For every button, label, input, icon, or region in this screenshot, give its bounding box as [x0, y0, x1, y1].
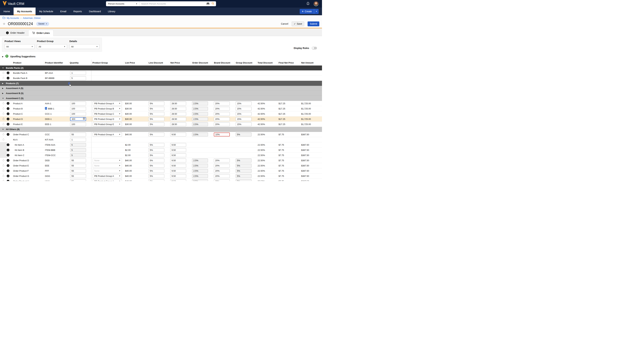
- quantity-input[interactable]: 100: [70, 112, 86, 116]
- line-discount-input[interactable]: 5%: [148, 107, 164, 111]
- blue-document-icon[interactable]: [45, 107, 47, 110]
- order-discount-input[interactable]: 2.5%: [192, 117, 208, 121]
- info-icon[interactable]: i: [7, 107, 10, 110]
- group-discount-input[interactable]: 5%: [236, 159, 252, 162]
- nav-item-library[interactable]: Library: [104, 7, 119, 15]
- section-row-assortment-c-5-[interactable]: ▼Assortment C (5): [0, 96, 322, 101]
- info-icon[interactable]: i: [7, 123, 10, 125]
- eraser-icon[interactable]: [2, 102, 5, 105]
- info-icon[interactable]: i: [7, 159, 10, 162]
- order-discount-input[interactable]: 2.5%: [192, 179, 208, 181]
- brand-discount-input[interactable]: 10%: [214, 133, 230, 136]
- favorite-star-icon[interactable]: ★: [2, 22, 6, 26]
- eraser-icon[interactable]: [2, 112, 5, 115]
- net-price-input[interactable]: 9.50: [170, 159, 186, 162]
- eraser-icon[interactable]: [2, 133, 5, 136]
- net-price-input[interactable]: 28.50: [170, 117, 186, 121]
- info-icon[interactable]: i: [7, 102, 10, 105]
- status-badge[interactable]: Saved ▼: [36, 22, 49, 26]
- order-discount-input[interactable]: 2.5%: [192, 112, 208, 116]
- order-discount-input[interactable]: 2.5%: [192, 164, 208, 168]
- upselling-suggestions-row[interactable]: ▶ Upselling Suggestions: [2, 55, 322, 58]
- eraser-icon[interactable]: [2, 138, 5, 141]
- brand-discount-input[interactable]: 20%: [214, 169, 230, 173]
- nav-item-my-schedule[interactable]: My Schedule: [36, 7, 57, 15]
- order-discount-input[interactable]: 2.5%: [192, 169, 208, 173]
- quantity-input[interactable]: 55: [70, 164, 86, 168]
- net-price-input[interactable]: 9.50: [170, 179, 186, 181]
- quantity-input[interactable]: 100: [70, 122, 86, 126]
- order-discount-input[interactable]: 2.5%: [192, 102, 208, 105]
- group-discount-input[interactable]: 5%: [236, 179, 252, 181]
- quantity-input[interactable]: 5: [70, 153, 86, 157]
- line-discount-input[interactable]: 5%: [148, 164, 164, 168]
- quantity-input[interactable]: 1: [70, 71, 86, 75]
- eraser-icon[interactable]: [2, 71, 5, 75]
- net-price-input[interactable]: 9.50: [170, 133, 186, 136]
- section-row-products-7-[interactable]: ▶Products (7): [0, 81, 322, 86]
- info-icon[interactable]: i: [7, 71, 10, 74]
- line-discount-input[interactable]: 5%: [148, 179, 164, 181]
- quantity-input[interactable]: 55: [70, 169, 86, 173]
- net-price-input[interactable]: 28.50: [170, 102, 186, 105]
- tab-order-lines[interactable]: Order Lines: [28, 30, 54, 36]
- net-price-input[interactable]: 9.50: [170, 143, 186, 147]
- net-price-input[interactable]: 28.50: [170, 112, 186, 116]
- line-discount-input[interactable]: 5%: [148, 117, 164, 121]
- eraser-icon[interactable]: [2, 180, 5, 181]
- product-group-select[interactable]: PB Product Group D▼: [93, 117, 122, 121]
- product-group-select[interactable]: None▼: [93, 169, 122, 173]
- info-icon[interactable]: i: [7, 169, 10, 172]
- section-row-assortment-a-5-[interactable]: ▶Assortment A (5): [0, 86, 322, 91]
- eraser-icon[interactable]: [2, 169, 5, 172]
- display-rules-toggle[interactable]: [312, 47, 317, 49]
- brand-discount-input[interactable]: 20%: [214, 179, 230, 181]
- nav-item-home[interactable]: Home: [0, 7, 14, 15]
- eraser-icon[interactable]: [2, 77, 5, 80]
- details-select[interactable]: All ▼: [70, 44, 100, 49]
- quantity-input[interactable]: 5: [70, 143, 86, 147]
- product-group-select[interactable]: PB Product Group A▼: [93, 132, 122, 137]
- product-group-select[interactable]: None▼: [93, 164, 122, 168]
- group-discount-input[interactable]: 5%: [236, 164, 252, 168]
- product-group-select[interactable]: PB Product Group C▼: [93, 112, 122, 116]
- info-icon[interactable]: i: [7, 149, 10, 151]
- net-price-input[interactable]: 28.50: [170, 107, 186, 111]
- net-price-input[interactable]: 9.50: [170, 174, 186, 178]
- order-discount-input[interactable]: 2.5%: [192, 174, 208, 178]
- section-row-assortment-b-5-[interactable]: ▶Assortment B (5): [0, 91, 322, 96]
- net-price-input[interactable]: 9.50: [170, 148, 186, 152]
- quantity-input[interactable]: 55: [70, 159, 86, 162]
- quantity-input[interactable]: 1: [70, 138, 86, 142]
- group-discount-input[interactable]: 15%: [236, 117, 252, 121]
- submit-button[interactable]: Submit: [308, 21, 319, 26]
- net-price-input[interactable]: 9.50: [170, 169, 186, 173]
- group-discount-input[interactable]: 15%: [236, 112, 252, 116]
- line-discount-input[interactable]: 5%: [148, 143, 164, 147]
- info-icon[interactable]: i: [7, 133, 10, 136]
- quantity-input[interactable]: 5: [70, 148, 86, 152]
- quantity-input[interactable]: 55: [70, 179, 86, 181]
- line-discount-input[interactable]: 5%: [148, 122, 164, 126]
- order-discount-input[interactable]: 2.5%: [192, 107, 208, 111]
- calculator-icon[interactable]: [83, 118, 85, 120]
- notifications-bell-icon[interactable]: [306, 2, 310, 6]
- brand-discount-input[interactable]: 20%: [214, 122, 230, 126]
- group-discount-input[interactable]: 15%: [236, 122, 252, 126]
- line-discount-input[interactable]: 5%: [148, 133, 164, 136]
- nav-item-my-accounts[interactable]: My Accounts: [14, 7, 36, 15]
- quantity-input[interactable]: 55: [70, 174, 86, 178]
- info-icon[interactable]: i: [7, 112, 10, 115]
- product-group-select[interactable]: PB Product Group B▼: [93, 107, 122, 111]
- quantity-input[interactable]: 100: [70, 102, 86, 105]
- nav-item-email[interactable]: Email: [57, 7, 70, 15]
- line-discount-input[interactable]: 5%: [148, 112, 164, 116]
- breadcrumb-root-link[interactable]: My Accounts: [7, 17, 19, 19]
- info-icon[interactable]: i: [7, 77, 10, 79]
- info-icon[interactable]: i: [7, 164, 10, 167]
- group-discount-input[interactable]: 15%: [236, 107, 252, 111]
- order-discount-input[interactable]: 2.5%: [192, 159, 208, 162]
- tab-order-header[interactable]: i Order Header: [2, 30, 28, 36]
- order-discount-input[interactable]: 2.5%: [192, 133, 208, 136]
- nav-item-dashboard[interactable]: Dashboard: [85, 7, 104, 15]
